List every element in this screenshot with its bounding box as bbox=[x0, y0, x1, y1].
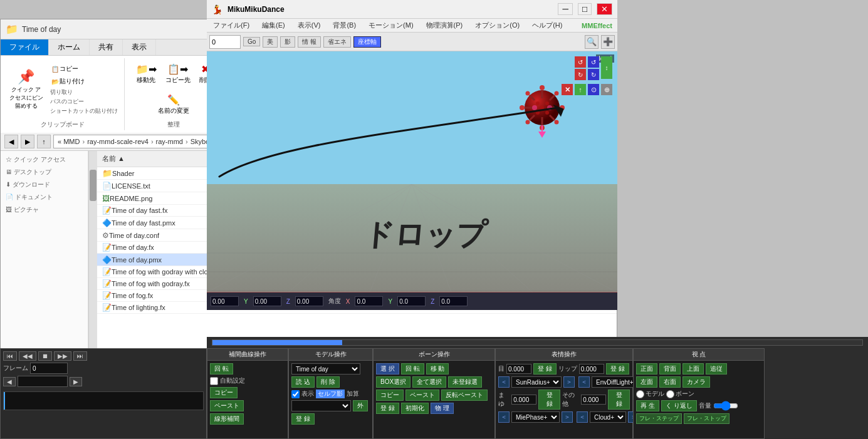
volume-slider[interactable] bbox=[713, 401, 738, 410]
go-button[interactable]: Go bbox=[243, 37, 260, 46]
view-follow-btn[interactable]: 追従 bbox=[706, 363, 727, 374]
frame-step-btn[interactable]: フレ・ステップ bbox=[636, 413, 682, 424]
other-reg-btn[interactable]: 登 録 bbox=[608, 390, 630, 410]
mie-next-btn[interactable]: ＞ bbox=[562, 411, 573, 423]
eye-input[interactable] bbox=[506, 364, 531, 374]
move-to-button[interactable]: 📁➡ 移動先 bbox=[133, 61, 160, 86]
env-prev-btn[interactable]: ＜ bbox=[578, 376, 590, 388]
rot-y-btn[interactable]: ↕ bbox=[601, 56, 612, 79]
model-radio[interactable] bbox=[636, 390, 644, 398]
timeline-end-btn[interactable]: ⏭ bbox=[73, 351, 87, 361]
sidebar-documents[interactable]: 📄 ドキュメント bbox=[3, 191, 85, 204]
menu-file[interactable]: ファイル(F) bbox=[207, 19, 256, 31]
beauty-button[interactable]: 美 bbox=[263, 36, 278, 48]
cloud-prev-btn[interactable]: ＜ bbox=[577, 411, 588, 423]
paste-button[interactable]: 📂 貼り付け bbox=[49, 76, 119, 87]
replay-btn[interactable]: く り返し bbox=[661, 400, 697, 411]
bone-unreg-btn[interactable]: 未登録選 bbox=[448, 376, 482, 388]
tab-home[interactable]: ホーム bbox=[49, 39, 90, 55]
rot-z2-btn[interactable]: ↻ bbox=[588, 69, 599, 80]
eyebrow-input[interactable] bbox=[511, 395, 536, 405]
play-btn[interactable]: 再 生 bbox=[636, 400, 659, 411]
model-radio-label[interactable]: モデル bbox=[636, 390, 664, 398]
rot-x2-btn[interactable]: ↻ bbox=[575, 69, 586, 80]
timeline-prev-btn[interactable]: ◀◀ bbox=[19, 351, 36, 361]
copy-to-button[interactable]: 📋➡ コピー先 bbox=[162, 61, 194, 86]
bone-move-btn[interactable]: 移 動 bbox=[426, 363, 449, 374]
info-button[interactable]: 情 報 bbox=[298, 36, 321, 48]
eyebrow-reg-btn[interactable]: 登 録 bbox=[538, 390, 560, 410]
model-delete-btn[interactable]: 削 除 bbox=[316, 376, 340, 388]
eye-reg-btn[interactable]: 登 録 bbox=[533, 363, 557, 374]
quick-access-button[interactable]: 📌 クイック アクセスにピン留めする bbox=[6, 67, 46, 112]
menu-help[interactable]: ヘルプ(H) bbox=[526, 19, 568, 31]
coord-z-input[interactable] bbox=[295, 296, 323, 306]
sidebar-downloads[interactable]: ⬇ ダウンロード bbox=[3, 178, 85, 191]
bone-radio[interactable] bbox=[666, 390, 674, 398]
view-front-btn[interactable]: 正面 bbox=[636, 363, 657, 374]
move-y-btn[interactable]: ↑ bbox=[575, 84, 586, 95]
menu-view[interactable]: 表示(V) bbox=[291, 19, 327, 31]
view-left-btn[interactable]: 左面 bbox=[636, 376, 657, 388]
coord-button[interactable]: 座標軸 bbox=[353, 36, 381, 48]
model-show-checkbox[interactable] bbox=[291, 390, 300, 398]
timeline-range-input[interactable] bbox=[18, 376, 68, 387]
power-save-button[interactable]: 省エネ bbox=[323, 36, 351, 48]
forward-button[interactable]: ▶ bbox=[21, 135, 34, 148]
rename-button[interactable]: ✏️ 名前の変更 bbox=[155, 92, 192, 117]
angle-y-input[interactable] bbox=[397, 296, 426, 306]
move-x-btn[interactable]: ✕ bbox=[562, 84, 573, 95]
mmd-close-btn[interactable]: ✕ bbox=[597, 3, 612, 15]
bone-boxsel-btn[interactable]: BOX選択 bbox=[376, 376, 410, 388]
bone-rotate-btn[interactable]: 回 転 bbox=[401, 363, 424, 374]
tab-file[interactable]: ファイル bbox=[1, 39, 49, 55]
view-right-btn[interactable]: 右面 bbox=[659, 376, 681, 388]
sidebar-pictures[interactable]: 🖼 ピクチャ bbox=[3, 204, 85, 216]
view-camera-btn[interactable]: カメラ bbox=[682, 376, 710, 388]
copy-button[interactable]: 📋 コピー bbox=[49, 63, 119, 75]
bone-copy-btn[interactable]: コピー bbox=[376, 390, 404, 401]
bone-selall-btn[interactable]: 全て選択 bbox=[412, 376, 446, 388]
sun-prev-btn[interactable]: ＜ bbox=[498, 376, 510, 388]
other-input[interactable] bbox=[581, 395, 606, 405]
bone-paste-btn[interactable]: ペースト bbox=[405, 390, 439, 401]
timeline-stop-btn[interactable]: ⏹ bbox=[38, 351, 52, 361]
vertical-scrollbar[interactable] bbox=[88, 151, 97, 355]
model-sub-dropdown[interactable] bbox=[291, 400, 351, 411]
bone-physics-btn[interactable]: 物 理 bbox=[431, 403, 454, 414]
menu-physics[interactable]: 物理演算(P) bbox=[420, 19, 469, 31]
mmd-minimize-btn[interactable]: ─ bbox=[558, 3, 572, 15]
model-outside-btn[interactable]: 外 bbox=[353, 400, 368, 411]
menu-options[interactable]: オプション(O) bbox=[469, 19, 526, 31]
angle-z-input[interactable] bbox=[439, 296, 468, 306]
bone-revpaste-btn[interactable]: 反転ペースト bbox=[441, 390, 488, 401]
lip-reg-btn[interactable]: 登 録 bbox=[606, 363, 629, 374]
menu-motion[interactable]: モーション(M) bbox=[362, 19, 420, 31]
coord-x-input[interactable] bbox=[211, 296, 239, 306]
tab-share[interactable]: 共有 bbox=[90, 39, 123, 55]
cloud-dropdown[interactable]: Cloud+ bbox=[590, 411, 626, 423]
model-dropdown[interactable]: Time of day bbox=[291, 363, 360, 374]
bone-radio-label[interactable]: ボーン bbox=[666, 390, 694, 398]
bone-select-btn[interactable]: 選 択 bbox=[376, 363, 399, 374]
angle-x-input[interactable] bbox=[355, 296, 383, 306]
view-top-btn[interactable]: 上面 bbox=[682, 363, 704, 374]
model-read-btn[interactable]: 読 込 bbox=[291, 376, 315, 388]
mie-phase-dropdown[interactable]: MiePhase+ bbox=[511, 411, 560, 423]
bone-init-btn[interactable]: 初期化 bbox=[401, 403, 429, 414]
menu-bg[interactable]: 背景(B) bbox=[327, 19, 362, 31]
zoom-in-btn[interactable]: 🔍 bbox=[585, 35, 599, 49]
shadow-button[interactable]: 影 bbox=[280, 36, 295, 48]
frame-number-input[interactable] bbox=[209, 35, 241, 49]
mmd-maximize-btn[interactable]: □ bbox=[578, 3, 592, 15]
timeline-play-btn[interactable]: ⏮ bbox=[3, 351, 17, 361]
zoom-out-btn[interactable]: ➕ bbox=[601, 35, 615, 49]
move-z-btn[interactable]: ⊙ bbox=[588, 84, 599, 95]
frame-stop-btn[interactable]: フレ・ストップ bbox=[684, 413, 729, 424]
move-all-btn[interactable]: ⊕ bbox=[601, 84, 612, 95]
coord-y-input[interactable] bbox=[253, 296, 281, 306]
up-button[interactable]: ↑ bbox=[37, 135, 51, 148]
rot-x-btn[interactable]: ↺ bbox=[575, 56, 586, 68]
timeline-next-btn[interactable]: ▶▶ bbox=[54, 351, 71, 361]
view-back-btn[interactable]: 背面 bbox=[659, 363, 681, 374]
